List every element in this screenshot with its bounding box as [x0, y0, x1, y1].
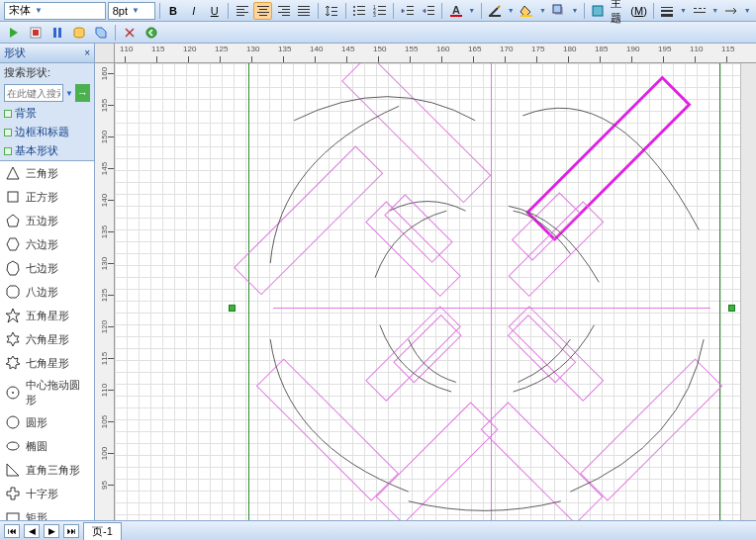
panel-header: 形状 ×	[0, 44, 94, 63]
drawing-canvas[interactable]	[115, 63, 740, 520]
rectangle-icon	[4, 508, 22, 520]
shape-star7[interactable]: 七角星形	[0, 351, 94, 375]
last-page-button[interactable]: ⏭	[63, 524, 79, 538]
shadow-button[interactable]	[549, 2, 568, 20]
svg-rect-38	[450, 15, 462, 17]
align-left-button[interactable]	[233, 2, 251, 20]
bold-button[interactable]: B	[163, 2, 182, 20]
italic-button[interactable]: I	[184, 2, 203, 20]
fill-color-dropdown[interactable]: ▼	[538, 7, 547, 14]
numbered-list-button[interactable]: 123	[371, 2, 390, 20]
svg-rect-62	[7, 513, 19, 520]
vertical-scrollbar[interactable]	[740, 63, 756, 520]
align-center-button[interactable]	[253, 2, 272, 20]
arrow-style-button[interactable]	[722, 2, 741, 20]
shape-heptagon[interactable]: 七边形	[0, 256, 94, 280]
font-color-button[interactable]: A	[446, 2, 465, 20]
arrow-style-dropdown[interactable]: ▼	[742, 7, 751, 14]
dash-style-button[interactable]	[690, 2, 709, 20]
page-tab[interactable]: 页-1	[83, 522, 122, 540]
right-triangle-icon	[4, 461, 22, 479]
svg-rect-7	[259, 15, 267, 16]
shape-star5[interactable]: 五角星形	[0, 304, 94, 327]
dash-style-dropdown[interactable]: ▼	[710, 7, 719, 14]
circle-icon	[4, 413, 22, 431]
category-icon	[4, 129, 12, 136]
svg-rect-54	[58, 28, 61, 38]
fill-color-button[interactable]	[518, 2, 536, 20]
svg-rect-1	[236, 9, 244, 10]
shape-hexagon[interactable]: 六边形	[0, 232, 94, 256]
ruler-corner	[95, 44, 115, 63]
shape-ellipse[interactable]: 椭圆	[0, 434, 94, 458]
category-basic-shapes[interactable]: 基本形状	[0, 141, 94, 160]
separator	[653, 3, 654, 19]
bullet-list-button[interactable]	[350, 2, 369, 20]
first-page-button[interactable]: ⏮	[4, 524, 20, 538]
category-borders-titles[interactable]: 边框和标题	[0, 123, 94, 141]
svg-rect-77	[376, 403, 498, 520]
shapes-panel: 形状 × 搜索形状: ▼ → 背景 边框和标题 基本形状 三角形 正方形 五边形…	[0, 44, 95, 520]
tag-button[interactable]	[91, 24, 111, 42]
svg-rect-39	[489, 15, 501, 17]
line-style-dropdown[interactable]: ▼	[679, 7, 688, 14]
svg-rect-20	[357, 6, 365, 7]
shape-pentagon[interactable]: 五边形	[0, 209, 94, 232]
db-button[interactable]	[69, 24, 89, 42]
svg-point-60	[7, 416, 19, 428]
svg-rect-78	[481, 403, 603, 520]
close-panel-button[interactable]	[120, 24, 140, 42]
line-color-button[interactable]	[486, 2, 505, 20]
chevron-down-icon: ▼	[132, 6, 140, 15]
svg-rect-75	[508, 315, 575, 383]
shadow-dropdown[interactable]: ▼	[570, 7, 579, 14]
next-page-button[interactable]: ▶	[44, 524, 59, 538]
chevron-down-icon: ▼	[35, 6, 43, 15]
align-right-button[interactable]	[274, 2, 293, 20]
svg-rect-11	[282, 15, 290, 16]
record-button[interactable]	[26, 24, 46, 42]
canvas-svg	[115, 63, 740, 520]
search-input[interactable]	[4, 84, 63, 102]
indent-button[interactable]	[419, 2, 437, 20]
shape-triangle[interactable]: 三角形	[0, 161, 94, 185]
font-name-combo[interactable]: 宋体 ▼	[4, 2, 106, 20]
shape-star6[interactable]: 六角星形	[0, 327, 94, 351]
shape-right-triangle[interactable]: 直角三角形	[0, 458, 94, 482]
svg-rect-26	[378, 6, 386, 7]
category-background[interactable]: 背景	[0, 104, 94, 123]
line-spacing-button[interactable]	[323, 2, 341, 20]
shape-circle[interactable]: 圆形	[0, 410, 94, 434]
pause-button[interactable]	[47, 24, 67, 42]
shape-square[interactable]: 正方形	[0, 185, 94, 209]
underline-button[interactable]: U	[205, 2, 224, 20]
search-go-button[interactable]: →	[75, 84, 90, 102]
font-color-dropdown[interactable]: ▼	[467, 7, 476, 14]
line-style-button[interactable]	[658, 2, 677, 20]
svg-point-19	[353, 6, 355, 8]
prev-button[interactable]	[142, 24, 161, 42]
vertical-ruler: 160 155 150 145 140 135 130 125 120 115 …	[95, 63, 115, 520]
play-button[interactable]	[4, 24, 24, 42]
svg-rect-57	[8, 192, 18, 202]
font-size-combo[interactable]: 8pt ▼	[108, 2, 155, 20]
outdent-button[interactable]	[398, 2, 417, 20]
shape-cross[interactable]: 十字形	[0, 482, 94, 505]
ellipse-icon	[4, 437, 22, 455]
svg-rect-3	[236, 15, 244, 16]
close-icon[interactable]: ×	[84, 47, 90, 58]
shape-rectangle[interactable]: 矩形	[0, 505, 94, 520]
theme-icon-button[interactable]	[589, 2, 608, 20]
justify-button[interactable]	[295, 2, 314, 20]
prev-page-button[interactable]: ◀	[24, 524, 40, 538]
svg-rect-15	[298, 15, 310, 16]
shape-center-drag-circle[interactable]: 中心拖动圆形	[0, 375, 94, 410]
svg-rect-5	[259, 9, 267, 10]
svg-rect-66	[527, 78, 689, 239]
line-color-dropdown[interactable]: ▼	[506, 7, 515, 14]
theme-button[interactable]: 主题(M)	[609, 0, 648, 26]
svg-rect-45	[661, 10, 673, 12]
shape-octagon[interactable]: 八边形	[0, 280, 94, 304]
chevron-down-icon[interactable]: ▼	[65, 89, 73, 98]
shape-list: 三角形 正方形 五边形 六边形 七边形 八边形 五角星形 六角星形 七角星形 中…	[0, 160, 94, 520]
